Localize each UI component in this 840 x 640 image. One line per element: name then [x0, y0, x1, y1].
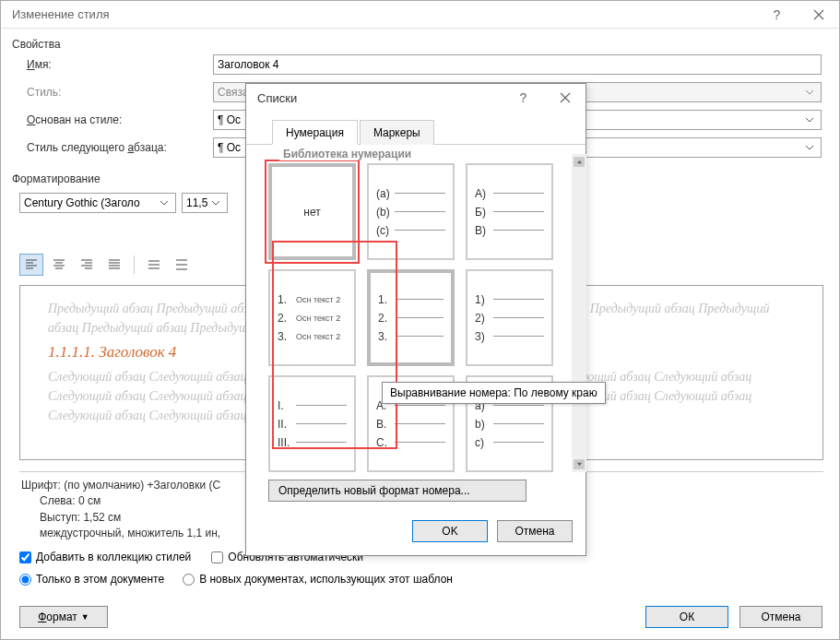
name-label: Имя: — [27, 58, 52, 71]
line-spacing-15-button[interactable] — [170, 254, 194, 276]
scroll-down-icon[interactable] — [574, 459, 585, 469]
numbering-grid: нет (a) (b) (c) A) Б) B) 1.Осн текст 2 2… — [268, 154, 555, 472]
lists-footer: OK Отмена — [246, 511, 586, 555]
new-docs-radio[interactable]: В новых документах, использующих этот ша… — [183, 573, 453, 586]
new-docs-label: В новых документах, использующих этот ша… — [199, 573, 453, 586]
chevron-down-icon[interactable] — [802, 113, 817, 126]
lists-cancel-button[interactable]: Отмена — [497, 520, 573, 542]
ok-button[interactable]: ОК — [645, 606, 728, 628]
next-style-label: Стиль следующего абзаца: — [27, 141, 167, 154]
name-field[interactable] — [213, 54, 822, 75]
lists-close-button[interactable] — [544, 84, 586, 112]
none-label: нет — [303, 206, 320, 219]
chevron-down-icon[interactable] — [208, 196, 223, 209]
format-button[interactable]: Формат ▼ — [19, 606, 108, 628]
numbering-option-dec-dot[interactable]: 1. 2. 3. — [367, 269, 455, 366]
library-title: Библиотека нумерации — [279, 148, 415, 160]
tab-bullets[interactable]: Маркеры — [360, 120, 434, 145]
numbering-option-dec-text[interactable]: 1.Осн текст 2 2.Осн текст 2 3.Осн текст … — [268, 269, 356, 366]
auto-update-input[interactable] — [211, 551, 223, 563]
numbering-option-dec-paren[interactable]: 1) 2) 3) — [466, 269, 553, 366]
tabstrip: Нумерация Маркеры — [246, 112, 586, 145]
scroll-up-icon[interactable] — [574, 157, 585, 167]
based-on-value: ¶ Ос — [218, 113, 241, 126]
chevron-down-icon[interactable] — [157, 196, 172, 209]
style-value: Связа — [218, 86, 249, 99]
section-properties: Свойства — [12, 38, 61, 51]
font-name-value: Century Gothic (Заголо — [24, 196, 140, 209]
window-title: Изменение стиля — [12, 7, 756, 21]
numbering-option-a-paren[interactable]: (a) (b) (c) — [367, 163, 455, 260]
lists-ok-button[interactable]: OK — [412, 520, 488, 542]
numbering-option-none[interactable]: нет — [268, 163, 356, 260]
line-spacing-1-button[interactable] — [142, 254, 166, 276]
numbering-option-roman[interactable]: I. II. III. — [268, 375, 356, 472]
lists-titlebar: Списки ? — [246, 84, 586, 112]
alignment-tooltip: Выравнивание номера: По левому краю — [382, 382, 606, 404]
format-button-label: Формат — [38, 610, 77, 623]
this-doc-input[interactable] — [19, 574, 31, 586]
font-size-combo[interactable]: 11,5 — [182, 193, 228, 213]
add-to-gallery-input[interactable] — [19, 551, 31, 563]
numbering-library: Библиотека нумерации нет (a) (b) (c) A) … — [268, 154, 573, 472]
align-justify-button[interactable] — [102, 254, 126, 276]
close-icon — [813, 9, 824, 20]
define-new-format-button[interactable]: Определить новый формат номера... — [268, 480, 526, 502]
this-doc-label: Только в этом документе — [36, 573, 164, 586]
align-left-button[interactable] — [19, 254, 43, 276]
alignment-toolbar — [19, 254, 194, 276]
align-center-button[interactable] — [47, 254, 71, 276]
numbering-option-cap-cyr[interactable]: A) Б) B) — [466, 163, 553, 260]
tab-numbering[interactable]: Нумерация — [272, 120, 358, 145]
separator — [134, 255, 135, 274]
lists-title: Списки — [257, 91, 503, 105]
based-on-label: Основан на стиле: — [27, 113, 122, 126]
style-label: Стиль: — [27, 86, 61, 99]
this-doc-radio[interactable]: Только в этом документе — [19, 573, 164, 586]
chevron-down-icon — [802, 86, 817, 99]
radio-row: Только в этом документе В новых документ… — [19, 573, 453, 586]
lists-help-button[interactable]: ? — [503, 84, 544, 112]
chevron-down-icon[interactable] — [802, 141, 817, 154]
add-to-gallery-label: Добавить в коллекцию стилей — [36, 551, 191, 563]
font-size-value: 11,5 — [186, 196, 207, 209]
close-icon — [560, 92, 571, 103]
lists-dialog: Списки ? Нумерация Маркеры Библиотека ну… — [245, 83, 586, 556]
close-button[interactable] — [798, 1, 839, 29]
add-to-gallery-checkbox[interactable]: Добавить в коллекцию стилей — [19, 551, 191, 563]
cancel-button[interactable]: Отмена — [739, 606, 822, 628]
help-button[interactable]: ? — [756, 1, 798, 29]
titlebar: Изменение стиля ? — [1, 1, 839, 29]
section-formatting: Форматирование — [12, 172, 101, 185]
chevron-down-icon: ▼ — [81, 612, 89, 622]
scrollbar[interactable] — [572, 154, 586, 472]
align-right-button[interactable] — [75, 254, 99, 276]
next-style-value: ¶ Ос — [218, 141, 241, 154]
new-docs-input[interactable] — [183, 574, 195, 586]
font-name-combo[interactable]: Century Gothic (Заголо — [19, 193, 176, 213]
